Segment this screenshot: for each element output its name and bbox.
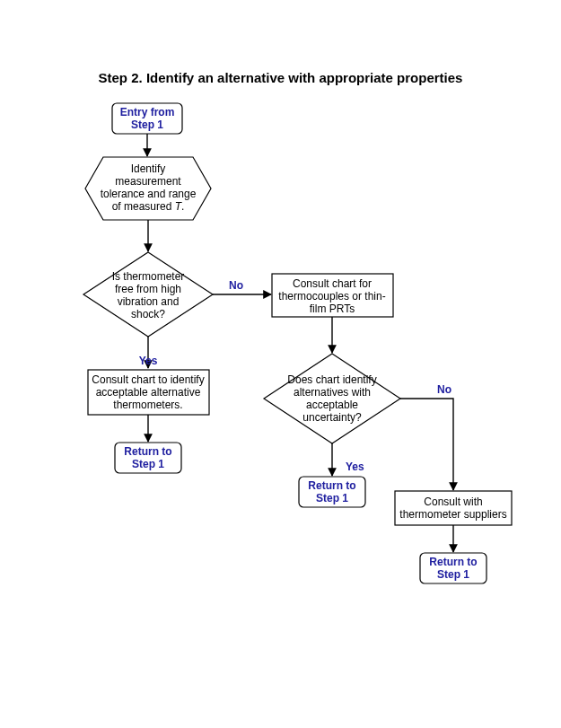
label-yes1: Yes bbox=[139, 355, 158, 367]
return3-line2: Step 1 bbox=[437, 568, 469, 581]
node-consult-chart-alt: Consult chart to identify acceptable alt… bbox=[88, 370, 209, 415]
consult-alt-line3: thermometers. bbox=[113, 399, 182, 411]
vibration-line2: free from high bbox=[115, 283, 181, 295]
chartid-line3: acceptable bbox=[306, 399, 358, 411]
consult-alt-line2: acceptable alternative bbox=[96, 386, 201, 399]
return1-line1: Return to bbox=[124, 445, 171, 458]
node-consult-tc: Consult chart for thermocouples or thin-… bbox=[272, 274, 393, 317]
return2-line2: Step 1 bbox=[316, 492, 348, 504]
node-vibration-decision: Is thermometer free from high vibration … bbox=[83, 252, 213, 337]
consult-tc-line3: film PRTs bbox=[310, 303, 355, 315]
vibration-line1: Is thermometer bbox=[112, 270, 185, 283]
flowchart: Entry from Step 1 Identify measurement t… bbox=[0, 0, 561, 728]
return2-line1: Return to bbox=[308, 479, 355, 492]
identify-line2: measurement bbox=[115, 175, 181, 188]
node-return2: Return to Step 1 bbox=[299, 477, 365, 507]
vibration-line3: vibration and bbox=[118, 295, 180, 308]
label-yes2: Yes bbox=[346, 460, 364, 473]
entry-line2: Step 1 bbox=[131, 118, 163, 131]
chartid-line2: alternatives with bbox=[294, 386, 371, 399]
node-chart-identify-decision: Does chart identify alternatives with ac… bbox=[264, 354, 400, 443]
identify-line4: of measured T. bbox=[112, 200, 185, 213]
suppliers-line2: thermometer suppliers bbox=[399, 508, 506, 521]
node-return3: Return to Step 1 bbox=[420, 553, 486, 583]
consult-alt-line1: Consult chart to identify bbox=[92, 373, 204, 386]
identify-line3: tolerance and range bbox=[101, 188, 197, 200]
edge-chartid-no bbox=[400, 399, 453, 490]
node-entry: Entry from Step 1 bbox=[112, 103, 182, 134]
node-return1: Return to Step 1 bbox=[115, 443, 181, 473]
node-identify: Identify measurement tolerance and range… bbox=[85, 157, 211, 220]
label-no1: No bbox=[229, 279, 243, 292]
entry-line1: Entry from bbox=[120, 106, 175, 118]
vibration-line4: shock? bbox=[131, 308, 165, 320]
consult-tc-line1: Consult chart for bbox=[293, 277, 372, 290]
chartid-line4: uncertainty? bbox=[302, 411, 362, 424]
consult-tc-line2: thermocouples or thin- bbox=[278, 290, 385, 303]
chartid-line1: Does chart identify bbox=[287, 373, 376, 386]
node-consult-suppliers: Consult with thermometer suppliers bbox=[395, 491, 512, 525]
suppliers-line1: Consult with bbox=[424, 496, 482, 508]
label-no2: No bbox=[437, 383, 451, 396]
identify-line1: Identify bbox=[131, 162, 166, 175]
return3-line1: Return to bbox=[429, 556, 477, 568]
return1-line2: Step 1 bbox=[132, 458, 164, 470]
